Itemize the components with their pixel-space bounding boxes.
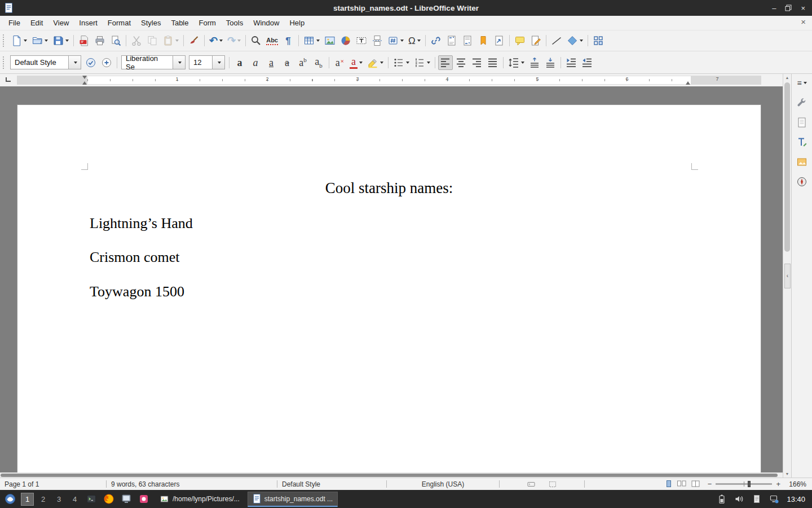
document-line[interactable]: Lightning’s Hand <box>90 214 690 233</box>
volume-icon[interactable] <box>734 494 744 504</box>
paragraph-style-combo[interactable]: Default Style <box>10 55 81 69</box>
export-pdf-button[interactable] <box>77 33 91 48</box>
single-page-view-icon[interactable] <box>665 480 673 488</box>
new-document-button[interactable] <box>9 33 29 48</box>
insert-chart-button[interactable] <box>338 33 353 48</box>
workspace-3-button[interactable]: 3 <box>52 493 65 506</box>
insert-bookmark-button[interactable] <box>476 33 491 48</box>
undo-button[interactable]: ↶ <box>208 33 224 48</box>
workspace-4-button[interactable]: 4 <box>68 493 81 506</box>
menu-insert[interactable]: Insert <box>74 16 103 29</box>
dropdown-caret-icon[interactable] <box>427 62 430 64</box>
insert-comment-button[interactable] <box>513 33 527 48</box>
sidebar-styles-button[interactable] <box>794 134 810 150</box>
language-status[interactable]: English (USA) <box>387 478 499 490</box>
insert-hyperlink-button[interactable] <box>429 33 443 48</box>
unordered-list-button[interactable] <box>391 55 411 70</box>
scroll-down-icon[interactable]: ▼ <box>783 472 791 476</box>
save-button[interactable] <box>51 33 70 48</box>
paragraph-style-dropdown[interactable] <box>69 55 81 69</box>
bold-button[interactable]: a <box>232 55 247 70</box>
update-style-button[interactable] <box>83 55 98 70</box>
print-preview-button[interactable] <box>108 33 123 48</box>
taskbar-window-pictures[interactable]: /home/lynp/Pictures/... <box>155 492 244 507</box>
menu-form[interactable]: Form <box>193 16 220 29</box>
dropdown-caret-icon[interactable] <box>400 40 404 42</box>
screenshot-app-launcher-icon[interactable] <box>136 492 152 506</box>
menu-window[interactable]: Window <box>248 16 284 29</box>
insert-textbox-button[interactable] <box>354 33 369 48</box>
insert-page-break-button[interactable] <box>370 33 385 48</box>
insert-table-button[interactable] <box>302 33 321 48</box>
sidebar-navigator-button[interactable] <box>794 174 810 190</box>
ordered-list-button[interactable] <box>412 55 432 70</box>
taskbar-window-writer[interactable]: startship_names.odt ... <box>248 492 338 507</box>
clipboard-icon[interactable] <box>752 494 762 504</box>
decrease-indent-button[interactable] <box>580 55 594 70</box>
strikethrough-button[interactable]: a <box>280 55 294 70</box>
document-line[interactable]: Toywagon 1500 <box>90 283 690 301</box>
menu-edit[interactable]: Edit <box>25 16 48 29</box>
word-count-status[interactable]: 9 words, 63 characters <box>107 478 277 490</box>
clone-formatting-button[interactable] <box>187 33 201 48</box>
dropdown-caret-icon[interactable] <box>359 62 363 64</box>
underline-button[interactable]: a <box>264 55 279 70</box>
hanging-indent-marker[interactable] <box>82 81 87 85</box>
dropdown-caret-icon[interactable] <box>406 62 409 64</box>
justify-button[interactable] <box>486 55 500 70</box>
zoom-out-icon[interactable]: − <box>708 480 712 488</box>
dropdown-caret-icon[interactable] <box>580 40 583 42</box>
decrease-paragraph-spacing-button[interactable] <box>543 55 558 70</box>
sidebar-properties-button[interactable] <box>794 95 810 111</box>
line-spacing-button[interactable] <box>506 55 526 70</box>
minimize-icon[interactable]: – <box>772 5 776 12</box>
increase-indent-button[interactable] <box>564 55 579 70</box>
align-center-button[interactable] <box>454 55 469 70</box>
basic-shapes-button[interactable] <box>565 33 585 48</box>
find-replace-button[interactable] <box>249 33 263 48</box>
document-text[interactable]: Cool starship names: Lightning’s Hand Cr… <box>88 170 690 301</box>
dropdown-caret-icon[interactable] <box>521 62 524 64</box>
toolbar-grip[interactable] <box>3 56 6 69</box>
vertical-scrollbar[interactable]: ▲ ‹ ▼ <box>783 74 791 478</box>
zoom-in-icon[interactable]: + <box>776 480 780 488</box>
document-line[interactable]: Crismon comet <box>90 248 690 267</box>
terminal-launcher-icon[interactable] <box>83 492 99 506</box>
align-left-button[interactable] <box>438 55 453 70</box>
font-name-combo[interactable]: Liberation Se <box>121 55 186 69</box>
paragraph-style-value[interactable]: Default Style <box>10 55 69 69</box>
font-color-button[interactable]: a <box>348 55 364 70</box>
insert-image-button[interactable] <box>323 33 337 48</box>
font-name-value[interactable]: Liberation Se <box>121 55 173 69</box>
horizontal-scrollbar-thumb[interactable] <box>1 474 778 477</box>
new-style-button[interactable] <box>99 55 114 70</box>
menu-help[interactable]: Help <box>284 16 310 29</box>
increase-paragraph-spacing-button[interactable] <box>527 55 542 70</box>
firefox-launcher-icon[interactable] <box>101 492 117 506</box>
dropdown-caret-icon[interactable] <box>219 40 223 42</box>
sidebar-gallery-button[interactable] <box>794 154 810 170</box>
document-view[interactable]: Cool starship names: Lightning’s Hand Cr… <box>0 86 783 472</box>
insert-cross-reference-button[interactable] <box>492 33 506 48</box>
multi-page-view-icon[interactable] <box>677 480 687 488</box>
formatting-marks-button[interactable]: ¶ <box>281 33 295 48</box>
workspace-1-button[interactable]: 1 <box>21 493 34 506</box>
zoom-slider-thumb[interactable] <box>748 481 751 487</box>
vertical-scrollbar-thumb[interactable] <box>784 82 790 252</box>
insert-endnote-button[interactable] <box>460 33 475 48</box>
battery-icon[interactable] <box>717 494 727 504</box>
insert-mode-icon[interactable] <box>527 480 536 489</box>
insert-footnote-button[interactable] <box>444 33 459 48</box>
close-document-icon[interactable]: × <box>801 17 806 26</box>
menu-table[interactable]: Table <box>166 16 193 29</box>
dropdown-caret-icon[interactable] <box>316 40 320 42</box>
print-button[interactable] <box>92 33 107 48</box>
align-right-button[interactable] <box>470 55 484 70</box>
subscript-button[interactable]: ab <box>311 55 326 70</box>
clear-formatting-button[interactable]: a× <box>332 55 347 70</box>
sidebar-settings-button[interactable]: ≡ <box>794 75 810 91</box>
menu-format[interactable]: Format <box>103 16 136 29</box>
highlight-color-button[interactable] <box>365 55 385 70</box>
document-heading[interactable]: Cool starship names: <box>88 179 690 198</box>
sidebar-toggle-handle[interactable]: ‹ <box>784 264 791 288</box>
